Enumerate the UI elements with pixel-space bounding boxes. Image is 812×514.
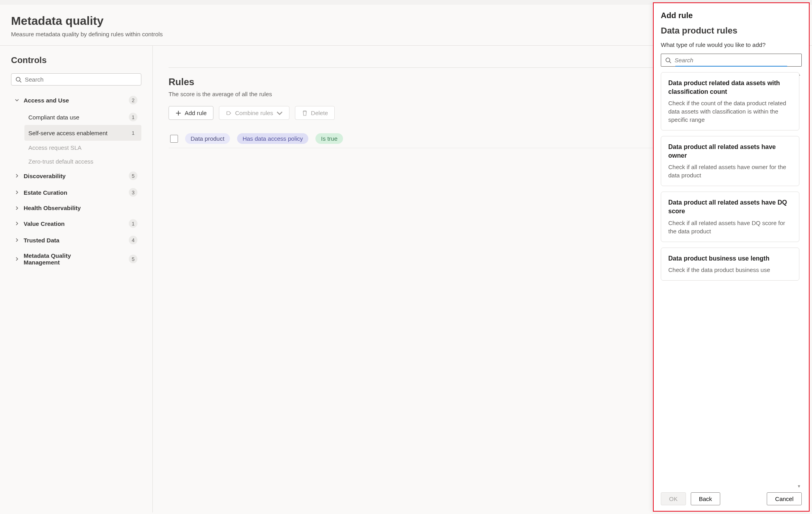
rule-card[interactable]: Data product all related assets have DQ … <box>661 192 799 242</box>
chevron-right-icon <box>15 238 20 242</box>
panel-prompt: What type of rule would you like to add? <box>661 41 802 48</box>
back-button[interactable]: Back <box>691 492 720 505</box>
search-icon <box>665 57 671 63</box>
button-label: Combine rules <box>235 110 273 116</box>
sidebar-item-compliant-data-use[interactable]: Compliant data use 1 <box>24 109 141 125</box>
sidebar-group-label: Metadata Quality Management <box>24 252 102 266</box>
delete-button[interactable]: Delete <box>295 106 335 120</box>
add-rule-button[interactable]: Add rule <box>169 106 213 120</box>
controls-search-input[interactable] <box>25 76 137 83</box>
chevron-right-icon <box>15 222 20 225</box>
panel-footer: OK Back Cancel <box>654 488 809 511</box>
scroll-down-icon[interactable]: ▼ <box>797 484 801 488</box>
panel-rule-list[interactable]: Data product related data assets with cl… <box>661 72 802 488</box>
sidebar-group-children: Compliant data use 1 Self-serve access e… <box>11 109 141 168</box>
panel-search[interactable] <box>661 54 802 67</box>
controls-sidebar: Controls Access and Use 2 Compliant data… <box>0 46 153 512</box>
count-badge: 2 <box>129 96 137 104</box>
rule-card-title: Data product related data assets with cl… <box>668 79 792 96</box>
panel-subtitle: Data product rules <box>661 26 802 36</box>
search-icon <box>15 76 22 83</box>
sidebar-group-health-observability[interactable]: Health Observability <box>11 201 141 214</box>
add-rule-panel: Add rule Data product rules What type of… <box>653 2 810 512</box>
sidebar-group-access-and-use[interactable]: Access and Use 2 <box>11 93 141 108</box>
pill-condition: Has data access policy <box>237 133 308 144</box>
sidebar-group-metadata-quality-mgmt[interactable]: Metadata Quality Management 5 <box>11 249 141 269</box>
rule-row-checkbox[interactable] <box>170 135 178 143</box>
svg-line-1 <box>20 81 21 82</box>
plus-icon <box>175 110 182 116</box>
sidebar-group-label: Health Observability <box>24 205 81 211</box>
controls-search[interactable] <box>11 73 141 86</box>
chevron-right-icon <box>15 257 20 261</box>
cancel-button[interactable]: Cancel <box>767 492 802 505</box>
count-badge: 4 <box>129 236 137 244</box>
count-badge: 5 <box>129 171 137 180</box>
svg-point-0 <box>16 77 20 81</box>
button-label: Delete <box>311 110 328 116</box>
sidebar-group-estate-curation[interactable]: Estate Curation 3 <box>11 185 141 200</box>
chevron-down-icon <box>276 110 283 116</box>
combine-rules-button[interactable]: Combine rules <box>219 106 289 120</box>
sidebar-group-label: Access and Use <box>24 97 69 104</box>
rule-card[interactable]: Data product all related assets have own… <box>661 136 799 186</box>
sidebar-item-label: Zero-trust default access <box>28 158 93 165</box>
panel-search-input[interactable] <box>675 57 797 63</box>
combine-icon <box>226 110 232 116</box>
ok-button[interactable]: OK <box>661 492 686 505</box>
chevron-right-icon <box>15 190 20 194</box>
chevron-down-icon <box>15 98 20 102</box>
count-badge: 1 <box>129 128 137 137</box>
rule-card-title: Data product all related assets have own… <box>668 143 792 160</box>
panel-title: Add rule <box>661 11 802 20</box>
sidebar-group-label: Value Creation <box>24 220 65 227</box>
trash-icon <box>302 110 308 116</box>
rule-card-desc: Check if the data product business use <box>668 266 792 274</box>
count-badge: 1 <box>129 219 137 228</box>
pill-entity: Data product <box>185 133 230 144</box>
sidebar-group-label: Discoverability <box>24 173 66 179</box>
pill-result: Is true <box>315 133 343 144</box>
rule-card[interactable]: Data product related data assets with cl… <box>661 72 799 130</box>
chevron-right-icon <box>15 206 20 210</box>
sidebar-item-access-request-sla[interactable]: Access request SLA <box>24 141 141 155</box>
rule-card[interactable]: Data product business use length Check i… <box>661 248 799 281</box>
count-badge: 1 <box>129 113 137 121</box>
sidebar-item-label: Compliant data use <box>28 114 79 121</box>
svg-line-5 <box>669 61 671 63</box>
rule-card-desc: Check if the count of the data product r… <box>668 99 792 124</box>
sidebar-item-label: Self-serve access enablement <box>28 130 108 136</box>
sidebar-group-trusted-data[interactable]: Trusted Data 4 <box>11 233 141 248</box>
sidebar-title: Controls <box>11 55 141 65</box>
sidebar-item-self-serve-access[interactable]: Self-serve access enablement 1 <box>24 125 141 141</box>
rule-card-desc: Check if all related assets have owner f… <box>668 163 792 179</box>
chevron-right-icon <box>15 174 20 178</box>
count-badge: 3 <box>129 188 137 197</box>
sidebar-item-label: Access request SLA <box>28 144 82 151</box>
sidebar-group-label: Estate Curation <box>24 189 67 196</box>
svg-point-4 <box>666 58 670 62</box>
count-badge: 5 <box>129 255 137 263</box>
sidebar-item-zero-trust[interactable]: Zero-trust default access <box>24 155 141 168</box>
button-label: Add rule <box>185 110 207 116</box>
rule-card-title: Data product all related assets have DQ … <box>668 198 792 215</box>
sidebar-group-discoverability[interactable]: Discoverability 5 <box>11 168 141 183</box>
rule-card-title: Data product business use length <box>668 254 792 263</box>
sidebar-group-label: Trusted Data <box>24 237 59 244</box>
sidebar-group-value-creation[interactable]: Value Creation 1 <box>11 216 141 231</box>
rule-card-desc: Check if all related assets have DQ scor… <box>668 219 792 235</box>
